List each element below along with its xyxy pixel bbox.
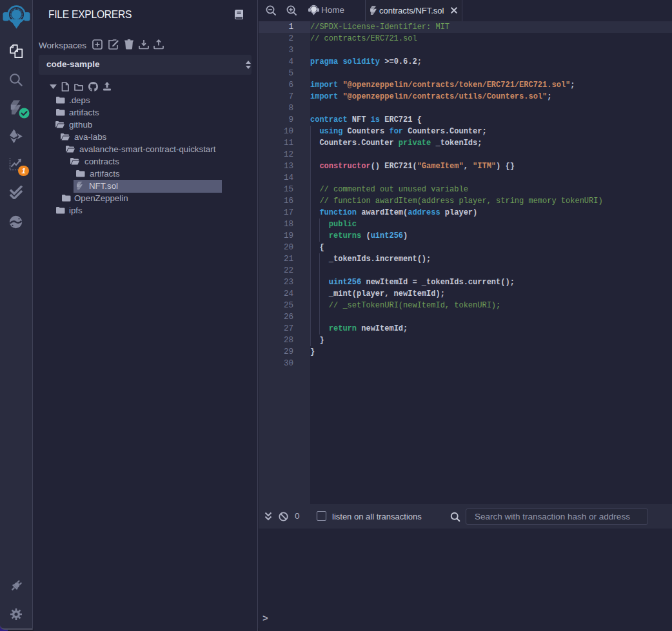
svg-text:1: 1 [21, 167, 25, 175]
